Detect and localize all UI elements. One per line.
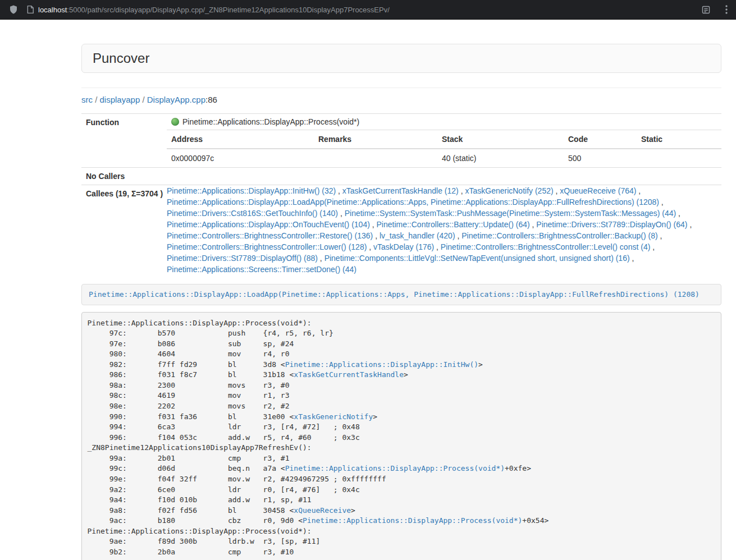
function-detail-table: Address Remarks Stack Code Static 0x0000… [167,130,721,167]
function-label: Function [81,114,167,168]
remarks-value [314,149,437,167]
callee-separator: , [434,242,441,251]
function-name: Pinetime::Applications::DisplayApp::Proc… [182,117,359,127]
function-row: Function Pinetime::Applications::Display… [81,114,721,168]
url-bar[interactable]: localhost:5000/path/src/displayapp/Displ… [26,5,690,14]
address-value: 0x0000097c [167,149,314,167]
callee-separator: , [455,231,462,240]
breadcrumb-link[interactable]: displayapp [100,95,140,104]
no-callers-label: No Callers [81,168,167,185]
method-icon [171,118,179,126]
col-remarks: Remarks [314,130,437,149]
callee-separator: , [636,186,641,195]
detail-value-row: 0x0000097c 40 (static) 500 [167,149,721,167]
callee-link[interactable]: Pinetime::Applications::DisplayApp::Load… [167,198,659,206]
callee-separator: , [650,242,655,251]
app-title-panel: Puncover [81,44,721,73]
breadcrumb: src / displayapp / DisplayApp.cpp:86 [81,94,721,105]
callee-link[interactable]: xTaskGetCurrentTaskHandle (12) [342,186,459,195]
breadcrumb-line-number: :86 [205,95,217,104]
breadcrumb-separator: / [93,95,100,104]
callee-link[interactable]: Pinetime::Drivers::St7789::DisplayOn() (… [536,220,687,229]
callee-link[interactable]: Pinetime::Drivers::Cst816S::GetTouchInfo… [167,209,338,218]
page-content: Puncover src / displayapp / DisplayApp.c… [81,44,721,560]
stack-value: 40 (static) [437,149,564,167]
browser-toolbar: localhost:5000/path/src/displayapp/Displ… [0,0,736,20]
breadcrumb-link[interactable]: src [81,95,93,104]
asm-symbol-link[interactable]: xTaskGetCurrentTaskHandle [294,370,404,379]
callee-link[interactable]: Pinetime::Controllers::BrightnessControl… [461,231,657,240]
code-value: 500 [564,149,637,167]
callee-link[interactable]: vTaskDelay (176) [373,242,434,251]
callee-separator: , [659,198,664,206]
detail-header-row: Address Remarks Stack Code Static [167,130,721,149]
callee-link[interactable]: Pinetime::Drivers::St7789::DisplayOff() … [167,254,318,263]
callee-separator: , [676,209,680,218]
callee-separator: , [367,242,373,251]
reader-mode-icon[interactable] [701,5,711,15]
callee-separator: , [370,220,377,229]
callee-link[interactable]: Pinetime::System::SystemTask::PushMessag… [345,209,676,218]
browser-window: localhost:5000/path/src/displayapp/Displ… [0,0,736,560]
static-value [637,149,721,167]
callees-label: Callees (19, Σ=3704 ) [81,185,167,276]
callee-separator: , [373,231,380,240]
callee-link[interactable]: Pinetime::Applications::DisplayApp::OnTo… [167,220,370,229]
function-name-line: Pinetime::Applications::DisplayApp::Proc… [167,114,721,130]
callee-link[interactable]: Pinetime::Components::LittleVgl::SetNewT… [324,254,630,263]
callee-separator: , [530,220,537,229]
callee-link[interactable]: Pinetime::Controllers::Battery::Update()… [377,220,530,229]
asm-symbol-link[interactable]: xTaskGenericNotify [294,412,373,421]
callee-link[interactable]: Pinetime::Applications::Screens::Timer::… [167,265,356,274]
callee-separator: , [630,254,634,263]
callee-separator: , [318,254,324,263]
callees-row: Callees (19, Σ=3704 ) Pinetime::Applicat… [81,185,721,276]
divider [81,88,721,88]
asm-symbol-link[interactable]: Pinetime::Applications::DisplayApp::Proc… [303,516,522,525]
callee-separator: , [459,186,465,195]
callee-link[interactable]: Pinetime::Applications::DisplayApp::Init… [167,186,336,195]
asm-symbol-link[interactable]: Pinetime::Applications::DisplayApp::Proc… [285,464,505,472]
assembly-heading: Pinetime::Applications::DisplayApp::Load… [81,284,721,305]
col-stack: Stack [437,130,564,149]
col-static: Static [637,130,721,149]
symbol-info-table: Function Pinetime::Applications::Display… [81,113,721,275]
callee-separator: , [336,186,342,195]
app-title: Puncover [93,51,149,66]
callee-separator: , [554,186,560,195]
asm-symbol-link[interactable]: Pinetime::Applications::DisplayApp::Init… [285,360,478,369]
no-callers-row: No Callers [81,168,721,185]
callee-link[interactable]: Pinetime::Controllers::BrightnessControl… [167,231,373,240]
callee-link[interactable]: lv_task_handler (420) [380,231,455,240]
callee-separator: , [688,220,692,229]
asm-symbol-link[interactable]: xQueueReceive [294,506,351,515]
disassembly: Pinetime::Applications::DisplayApp::Proc… [81,312,721,560]
callee-separator: , [338,209,345,218]
breadcrumb-separator: / [140,95,147,104]
kebab-menu-icon[interactable] [725,5,728,14]
breadcrumb-link[interactable]: DisplayApp.cpp [147,95,205,104]
callee-separator: , [658,231,662,240]
assembly-heading-link[interactable]: Pinetime::Applications::DisplayApp::Load… [89,290,700,299]
shield-icon[interactable] [8,4,19,15]
callee-link[interactable]: xTaskGenericNotify (252) [465,186,553,195]
url-host: localhost [38,6,67,14]
url-path: :5000/path/src/displayapp/DisplayApp.cpp… [67,6,390,14]
page-icon [26,5,34,14]
callee-link[interactable]: Pinetime::Controllers::BrightnessControl… [167,242,367,251]
callees-list: Pinetime::Applications::DisplayApp::Init… [167,185,721,276]
callee-link[interactable]: Pinetime::Controllers::BrightnessControl… [441,242,650,251]
callee-link[interactable]: xQueueReceive (764) [560,186,636,195]
col-address: Address [167,130,314,149]
col-code: Code [564,130,637,149]
